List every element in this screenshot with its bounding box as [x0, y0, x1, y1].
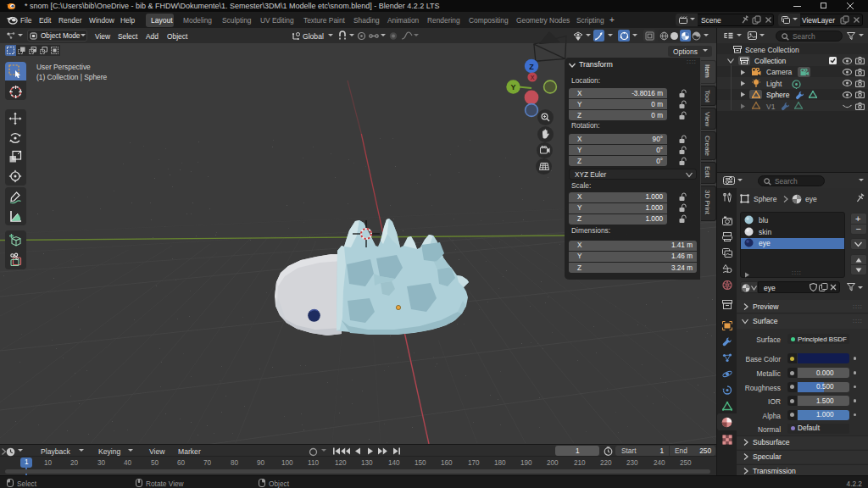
svg-text:X: X — [531, 75, 535, 80]
svg-text:Z: Z — [529, 63, 534, 71]
